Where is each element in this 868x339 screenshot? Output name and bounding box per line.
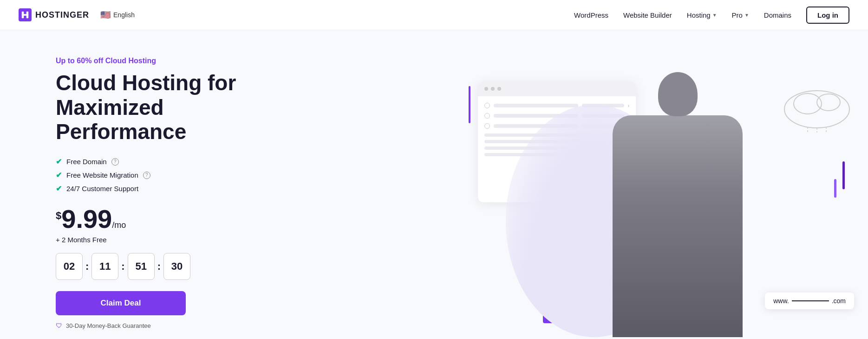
price-bonus: + 2 Months Free	[56, 236, 297, 244]
countdown-timer: 02 : 11 : 51 : 30	[56, 253, 297, 280]
language-selector[interactable]: 🇺🇸 English	[97, 8, 138, 22]
browser-arrow-3: ›	[628, 124, 629, 129]
hero-title: Cloud Hosting for Maximized Performance	[56, 71, 297, 145]
browser-row-2: ›	[484, 113, 629, 119]
claim-deal-button[interactable]: Claim Deal	[56, 291, 186, 315]
browser-dot-3	[497, 87, 501, 91]
domain-bar: www. .com	[765, 292, 854, 309]
person-body	[613, 115, 743, 338]
domain-com: .com	[832, 297, 846, 305]
browser-text-line-4	[484, 153, 571, 156]
browser-line-2	[582, 104, 624, 107]
browser-circle-2	[484, 113, 490, 119]
hero-discount: 60%	[77, 57, 91, 65]
countdown-hours: 02	[56, 253, 83, 280]
browser-row-3: ›	[484, 123, 629, 129]
check-icon-3: ✔	[56, 184, 62, 193]
cloud-svg	[775, 72, 859, 133]
logo-text: HOSTINGER	[35, 10, 89, 20]
accent-bar-1	[842, 161, 845, 189]
price-main: 9.99	[61, 204, 112, 233]
hero-tag-suffix: off Cloud Hosting	[91, 57, 156, 65]
accent-block-small	[575, 258, 608, 291]
browser-line-5	[494, 124, 578, 128]
browser-bar	[478, 81, 636, 96]
logo-icon	[19, 8, 32, 21]
browser-text-line-2	[484, 140, 593, 143]
svg-point-5	[817, 94, 840, 111]
countdown-sep-3: :	[157, 260, 162, 273]
feature-support: ✔ 24/7 Customer Support	[56, 184, 297, 193]
accent-line-left	[469, 86, 470, 123]
price-currency: $	[56, 210, 61, 222]
feature-free-migration: ✔ Free Website Migration ?	[56, 171, 297, 179]
nav-hosting[interactable]: Hosting ▼	[687, 11, 717, 19]
countdown-milliseconds: 30	[163, 253, 190, 280]
browser-line-4	[582, 114, 624, 118]
countdown-sep-1: :	[85, 260, 90, 273]
shield-icon: 🛡	[56, 322, 62, 329]
guarantee: 🛡 30-Day Money-Back Guarantee	[56, 322, 297, 329]
browser-mockup: › › ›	[478, 81, 636, 202]
countdown-minutes: 11	[91, 253, 118, 280]
browser-text-line-1	[484, 133, 615, 137]
browser-dot-2	[491, 87, 495, 91]
cloud-illustration	[775, 72, 859, 134]
pro-chevron-icon: ▼	[744, 13, 749, 18]
tooltip-icon-2[interactable]: ?	[143, 172, 150, 179]
feature-free-domain: ✔ Free Domain ?	[56, 157, 297, 166]
hero-tag: Up to 60% off Cloud Hosting	[56, 57, 297, 65]
countdown-seconds: 51	[128, 253, 155, 280]
flag-icon: 🇺🇸	[100, 10, 111, 20]
browser-line-6	[582, 124, 624, 128]
browser-content: › › ›	[478, 96, 636, 166]
browser-text-lines	[484, 133, 629, 156]
person-figure	[603, 72, 752, 337]
check-icon-2: ✔	[56, 171, 62, 179]
hero-section: Up to 60% off Cloud Hosting Cloud Hostin…	[0, 30, 868, 337]
browser-arrow-1: ›	[628, 103, 629, 108]
navbar: HOSTINGER 🇺🇸 English WordPress Website B…	[0, 0, 868, 30]
hosting-chevron-icon: ▼	[712, 13, 717, 18]
tooltip-icon-1[interactable]: ?	[111, 158, 119, 166]
lang-label: English	[113, 11, 135, 19]
hero-illustration: › › ›	[450, 44, 868, 337]
nav-wordpress[interactable]: WordPress	[574, 11, 608, 19]
svg-point-3	[784, 91, 849, 128]
svg-rect-2	[26, 12, 29, 18]
nav-website-builder[interactable]: Website Builder	[623, 11, 672, 19]
nav-domains[interactable]: Domains	[764, 11, 791, 19]
navbar-right: WordPress Website Builder Hosting ▼ Pro …	[574, 7, 849, 24]
features-list: ✔ Free Domain ? ✔ Free Website Migration…	[56, 157, 297, 193]
accent-block-large	[543, 279, 587, 323]
accent-bar-2	[834, 179, 836, 198]
browser-circle-1	[484, 103, 490, 108]
browser-text-line-3	[484, 146, 603, 150]
browser-arrow-2: ›	[628, 113, 629, 119]
person-head	[658, 72, 698, 116]
guarantee-text: 30-Day Money-Back Guarantee	[66, 322, 151, 329]
login-button[interactable]: Log in	[806, 7, 849, 24]
browser-line-3	[494, 114, 578, 118]
check-icon-1: ✔	[56, 157, 62, 166]
browser-row-1: ›	[484, 103, 629, 108]
hero-content: Up to 60% off Cloud Hosting Cloud Hostin…	[56, 57, 297, 330]
logo[interactable]: HOSTINGER	[19, 8, 89, 21]
browser-dot-1	[484, 87, 488, 91]
browser-circle-3	[484, 123, 490, 129]
hostinger-h-icon	[21, 11, 29, 19]
person-bg-glow	[506, 105, 682, 337]
countdown-sep-2: :	[120, 260, 125, 273]
browser-line-1	[494, 104, 578, 107]
svg-point-4	[794, 93, 822, 114]
hero-tag-prefix: Up to	[56, 57, 77, 65]
price-block: $9.99/mo	[56, 206, 297, 232]
domain-underline	[792, 300, 829, 301]
domain-www: www.	[773, 297, 789, 305]
nav-pro[interactable]: Pro ▼	[732, 11, 749, 19]
navbar-left: HOSTINGER 🇺🇸 English	[19, 8, 138, 22]
price-period: /mo	[112, 220, 126, 230]
